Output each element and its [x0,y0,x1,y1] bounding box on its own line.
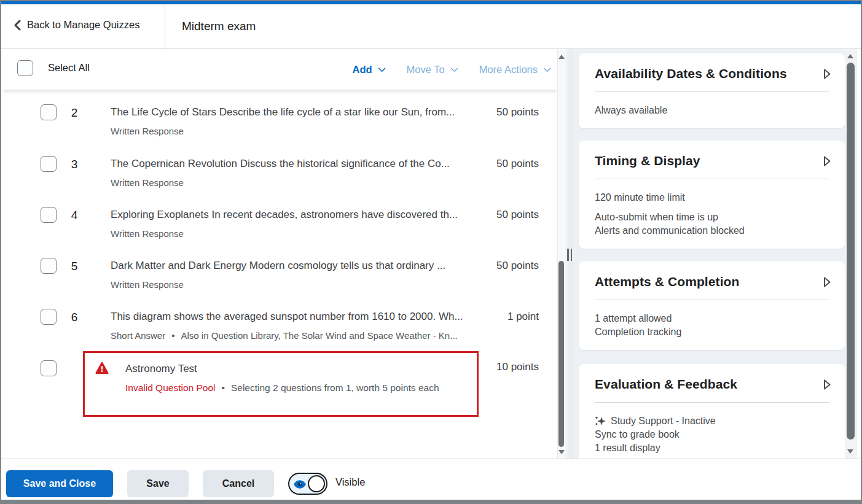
sparkle-icon [595,416,606,427]
bullet-separator: • [171,330,174,341]
evaluation-panel-title: Evaluation & Feedback [595,377,829,392]
pane-resize-divider[interactable] [565,49,573,459]
question-title[interactable]: The Life Cycle of Stars Describe the lif… [111,106,472,118]
question-checkbox[interactable] [41,360,57,376]
chevron-right-icon [823,379,831,390]
select-all-checkbox[interactable] [17,60,33,76]
question-checkbox[interactable] [41,156,57,172]
question-points: 1 point [507,311,539,323]
page-title: Midterm exam [182,20,256,33]
availability-panel-title: Availability Dates & Conditions [595,66,829,81]
cancel-button[interactable]: Cancel [203,470,274,497]
chevron-down-icon [450,64,458,72]
app-window: Back to Manage Quizzes Midterm exam Sele… [0,0,862,504]
question-number: 4 [63,209,86,222]
back-link-label: Back to Manage Quizzes [27,19,139,31]
attempts-summary-2: Completion tracking [595,325,829,339]
more-actions-menu-label: More Actions [479,64,538,76]
question-row-3: 3 The Copernican Revolution Discuss the … [2,151,557,200]
question-row-5: 5 Dark Matter and Dark Energy Modern cos… [2,253,557,302]
divider-grip-icon [567,249,572,261]
timing-summary-2: Auto-submit when time is up [595,211,829,224]
back-to-manage-quizzes-link[interactable]: Back to Manage Quizzes [14,19,139,31]
visible-toggle-label: Visible [335,476,365,488]
attempts-panel-title: Attempts & Completion [595,274,829,289]
availability-summary: Always available [595,104,829,117]
bullet-separator: • [221,382,224,393]
question-points: 50 points [496,106,539,118]
scroll-up-arrow-icon[interactable] [558,55,565,59]
question-title[interactable]: This diagram shows the averaged sunspot … [111,311,472,323]
question-pool-row: Astronomy Test Invalid Question Pool•Sel… [2,351,557,422]
toolbar-actions: Add Move To More Actions [352,49,549,90]
question-number: 5 [63,260,86,273]
question-number: 3 [63,158,86,171]
pool-title[interactable]: Astronomy Test [125,363,197,375]
visibility-toggle[interactable] [288,473,327,495]
availability-panel[interactable]: Availability Dates & Conditions Always a… [579,53,845,128]
chevron-left-icon [14,20,21,31]
add-menu-button[interactable]: Add [352,64,383,76]
question-type: Written Response [111,279,184,290]
question-checkbox[interactable] [41,207,57,223]
chevron-right-icon [823,68,831,80]
attempts-panel[interactable]: Attempts & Completion 1 attempt allowed … [579,262,845,350]
scrollbar-thumb[interactable] [558,261,564,447]
question-row-2: 2 The Life Cycle of Stars Describe the l… [2,99,557,149]
question-checkbox[interactable] [41,258,57,274]
move-to-menu-button[interactable]: Move To [407,64,456,76]
scroll-down-arrow-icon[interactable] [847,449,853,454]
question-points: 50 points [496,158,539,170]
header-divider [165,4,165,49]
question-row-4: 4 Exploring Exoplanets In recent decades… [2,202,557,251]
select-all-label: Select All [48,62,90,74]
save-and-close-button[interactable]: Save and Close [6,470,113,497]
pool-detail: Selecting 2 questions from 1, worth 5 po… [231,382,439,393]
settings-sidebar: Availability Dates & Conditions Always a… [573,49,856,459]
question-checkbox[interactable] [41,104,57,120]
question-checkbox[interactable] [41,309,57,325]
question-list-toolbar: Select All Add Move To More Actions [2,49,557,90]
question-title[interactable]: Dark Matter and Dark Energy Modern cosmo… [111,260,472,272]
question-row-6: 6 This diagram shows the averaged sunspo… [2,304,557,353]
header: Back to Manage Quizzes Midterm exam [1,4,861,49]
question-number: 6 [63,311,86,324]
question-list-scrollbar[interactable] [557,49,565,459]
question-type: Written Response [111,177,184,188]
footer-action-bar: Save and Close Save Cancel Visible [1,459,861,501]
add-menu-label: Add [352,64,372,76]
save-button[interactable]: Save [127,470,189,497]
sidebar-scrollbar[interactable] [845,49,857,459]
question-type: Written Response [111,228,184,239]
attempts-summary-1: 1 attempt allowed [595,312,829,325]
toggle-knob[interactable] [308,475,325,492]
eye-icon [294,480,306,489]
timing-panel-title: Timing & Display [595,153,829,168]
question-points: 10 points [496,361,539,373]
question-title[interactable]: Exploring Exoplanets In recent decades, … [111,209,472,221]
more-actions-menu-button[interactable]: More Actions [479,64,549,76]
question-number: 2 [63,106,86,120]
evaluation-summary-2: Sync to grade book [595,428,829,441]
scrollbar-thumb[interactable] [847,63,855,440]
evaluation-summary-1: Study Support - Inactive [611,414,716,428]
chevron-right-icon [823,155,831,167]
timing-summary-3: Alerts and communication blocked [595,224,829,238]
invalid-pool-highlight-box: Astronomy Test Invalid Question Pool•Sel… [83,351,479,417]
top-accent-bar [1,1,861,4]
question-points: 50 points [496,209,539,221]
timing-panel[interactable]: Timing & Display 120 minute time limit A… [579,141,845,249]
timing-summary-1: 120 minute time limit [595,191,829,204]
move-to-menu-label: Move To [407,64,445,76]
chevron-right-icon [823,276,831,288]
question-title[interactable]: The Copernican Revolution Discuss the hi… [111,158,472,170]
question-points: 50 points [496,260,539,272]
question-list-pane: Select All Add Move To More Actions 2 [2,49,557,459]
evaluation-panel[interactable]: Evaluation & Feedback Study Support - In… [579,364,845,459]
question-also-in: Also in Question Library, The Solar Wind… [181,330,457,341]
question-type: Written Response [111,126,184,136]
warning-icon [95,362,109,375]
scroll-down-arrow-icon[interactable] [558,450,565,454]
scroll-up-arrow-icon[interactable] [847,54,853,58]
pool-error-label: Invalid Question Pool [125,382,215,393]
